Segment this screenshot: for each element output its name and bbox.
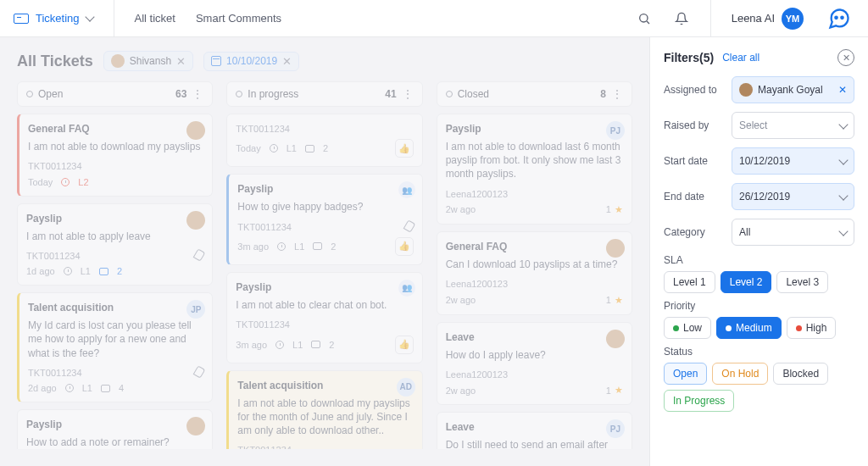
thumbs-up-button[interactable]: 👍 <box>395 237 414 256</box>
close-panel-button[interactable]: ✕ <box>837 49 854 66</box>
priority-dot-icon <box>673 325 679 331</box>
filter-panel: Filters(5) Clear all ✕ Assigned to Mayan… <box>649 37 868 466</box>
thumbs-up-button[interactable]: 👍 <box>395 139 414 158</box>
assigned-to-label: Assigned to <box>664 84 725 96</box>
end-date-label: End date <box>664 191 725 202</box>
status-option[interactable]: Open <box>664 363 707 385</box>
calendar-icon <box>211 56 221 66</box>
category-label: Category <box>664 226 725 238</box>
column: Open 63 ⋮ General FAQ I am not able to d… <box>17 81 213 449</box>
status-option[interactable]: Blocked <box>773 363 828 385</box>
user-menu[interactable]: Leena AI YM <box>732 8 804 30</box>
comment-count: 2 <box>117 266 122 276</box>
chat-bot-icon[interactable] <box>824 3 854 34</box>
card-id: Leena1200123 <box>446 278 623 291</box>
ticket-card[interactable]: General FAQ I am not able to download my… <box>17 114 213 197</box>
start-date-input[interactable]: 10/12/2019 <box>732 147 854 175</box>
avatar: PJ <box>606 419 625 438</box>
clock-icon <box>275 341 284 349</box>
card-id: TKT0011234 <box>26 250 203 263</box>
avatar <box>186 211 205 230</box>
priority-dot-icon <box>796 325 802 331</box>
more-icon[interactable]: ⋮ <box>192 87 203 101</box>
ticket-card[interactable]: JP Talent acquisition My Id card is lost… <box>17 292 213 402</box>
ticket-card[interactable]: PJ Leave Do I still need to send an emai… <box>437 412 632 449</box>
nav-all-ticket[interactable]: All ticket <box>135 12 175 25</box>
column-title: Closed <box>458 88 489 100</box>
filter-chip-person[interactable]: Shivansh ✕ <box>103 51 193 71</box>
comment-count: 2 <box>329 340 334 350</box>
avatar: JP <box>186 300 205 319</box>
ticket-card[interactable]: Payslip How to add a note or remainer? <box>17 409 213 449</box>
column: In progress 41 ⋮ TKT0011234 Today L1 2 👍… <box>226 81 422 449</box>
clear-icon[interactable]: ✕ <box>838 84 847 96</box>
sla-option[interactable]: Level 3 <box>776 271 828 293</box>
priority-option[interactable]: Low <box>664 317 711 339</box>
chevron-down-icon <box>838 119 848 129</box>
close-icon[interactable]: ✕ <box>176 55 186 68</box>
ticket-card[interactable]: 👥 Payslip How to give happy badges? TKT0… <box>226 174 422 265</box>
assigned-to-select[interactable]: Mayank Goyal ✕ <box>732 76 854 103</box>
card-body: I am not able to download my payslips fo… <box>237 397 413 438</box>
app-switcher[interactable]: Ticketing <box>14 12 93 25</box>
filter-chip-date[interactable]: 10/10/2019 ✕ <box>203 52 299 71</box>
nav-smart-comments[interactable]: Smart Comments <box>196 12 281 25</box>
ticket-card[interactable]: AD Talent acquisition I am not able to d… <box>226 370 422 449</box>
board: All Tickets Shivansh ✕ 10/10/2019 ✕ Open… <box>0 37 649 466</box>
ticket-card[interactable]: PJ Payslip I am not able to download las… <box>437 114 632 225</box>
status-dot-icon <box>236 91 242 97</box>
status-option[interactable]: In Progress <box>664 390 734 412</box>
card-title: Payslip <box>446 123 623 135</box>
card-time: 3m ago <box>236 340 267 350</box>
status-dot-icon <box>446 91 453 97</box>
more-icon[interactable]: ⋮ <box>611 87 623 101</box>
page-title: All Tickets <box>17 53 93 70</box>
card-title: Leave <box>446 421 623 433</box>
category-select[interactable]: All <box>732 219 854 246</box>
sla-level: L1 <box>292 340 303 350</box>
card-body: Can I download 10 payslips at a time? <box>446 258 623 271</box>
clock-icon <box>270 144 278 153</box>
ticket-card[interactable]: Leave How do I apply leave? Leena1200123… <box>437 322 632 406</box>
ticket-card[interactable]: TKT0011234 Today L1 2 👍 <box>226 114 422 167</box>
status-option[interactable]: On Hold <box>712 363 768 385</box>
card-id: TKT0011234 <box>237 221 413 234</box>
star-icon: ★ <box>615 385 623 396</box>
sla-level: L2 <box>78 177 88 187</box>
priority-option[interactable]: High <box>787 317 837 339</box>
star-icon: ★ <box>615 295 623 306</box>
ticket-card[interactable]: 👥 Payslip I am not able to clear chat on… <box>226 272 422 363</box>
column-count: 41 <box>385 88 396 100</box>
comment-icon <box>99 268 108 275</box>
ticket-card[interactable]: General FAQ Can I download 10 payslips a… <box>437 231 632 315</box>
ticket-card[interactable]: Payslip I am not able to apply leave TKT… <box>17 203 213 286</box>
card-title: Payslip <box>26 213 203 225</box>
thumbs-up-button[interactable]: 👍 <box>395 336 414 354</box>
comment-icon <box>313 242 322 250</box>
card-id: Leena1200123 <box>446 188 623 201</box>
bell-icon[interactable] <box>673 10 690 27</box>
comment-count: 4 <box>119 383 124 393</box>
priority-option[interactable]: Medium <box>716 317 782 339</box>
card-body: I am not able to download last 6 month p… <box>446 140 623 181</box>
raised-by-select[interactable]: Select <box>732 112 854 139</box>
avatar <box>606 239 625 258</box>
column-title: Open <box>38 88 63 100</box>
card-title: Leave <box>446 331 623 343</box>
close-icon[interactable]: ✕ <box>282 55 292 68</box>
card-id: TKT0011234 <box>28 367 203 380</box>
avatar: YM <box>782 8 804 30</box>
card-title: General FAQ <box>28 123 203 135</box>
card-body: How to give happy badges? <box>237 200 413 214</box>
sla-option[interactable]: Level 2 <box>721 271 772 293</box>
column-count: 8 <box>600 88 606 100</box>
clear-all-link[interactable]: Clear all <box>722 52 760 64</box>
card-id: TKT0011234 <box>236 319 413 331</box>
card-id: TKT0011234 <box>28 160 203 173</box>
more-icon[interactable]: ⋮ <box>402 87 414 101</box>
sla-option[interactable]: Level 1 <box>664 271 715 293</box>
chevron-down-icon <box>838 155 848 164</box>
end-date-input[interactable]: 26/12/2019 <box>732 183 854 210</box>
attachment-icon <box>403 219 415 232</box>
search-icon[interactable] <box>636 10 653 27</box>
